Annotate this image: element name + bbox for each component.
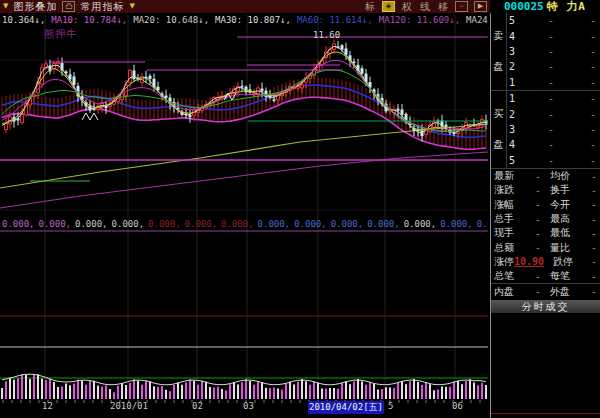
candle-down bbox=[361, 68, 364, 73]
date-label: 2010/01 bbox=[110, 401, 148, 411]
menu-common-indicators[interactable]: 常用指标 bbox=[80, 0, 124, 13]
stat-label: 总手 bbox=[494, 212, 514, 226]
order-book-row[interactable]: 1-- bbox=[507, 75, 600, 90]
stat-value: - bbox=[514, 228, 541, 239]
order-level: 3 bbox=[507, 46, 519, 57]
band-bottom-line bbox=[2, 97, 486, 149]
toolbar-button-3[interactable]: 移 bbox=[438, 0, 448, 13]
order-price: - bbox=[519, 31, 570, 42]
stat-value: - bbox=[570, 214, 597, 225]
candle-up bbox=[477, 126, 480, 128]
order-volume: - bbox=[570, 124, 600, 135]
kline-chart[interactable] bbox=[0, 13, 490, 413]
stat-value: - bbox=[570, 286, 597, 297]
ma-value: MA20: 10.648↓, bbox=[133, 15, 209, 25]
minimize-icon[interactable]: – bbox=[455, 1, 468, 12]
indicator-value: 0.000, bbox=[39, 219, 72, 229]
date-label: 06 bbox=[452, 401, 463, 411]
sell-side-label: 卖盘 bbox=[491, 13, 507, 90]
buy-side-label: 买盘 bbox=[491, 91, 507, 168]
ma-value: MA120: 11.609↓, bbox=[379, 15, 460, 25]
indicator-value: 0.000, bbox=[404, 219, 437, 229]
candle-up bbox=[21, 114, 24, 122]
indicator-value: 0.000, bbox=[148, 219, 181, 229]
order-level: 4 bbox=[507, 139, 519, 150]
stat-label: 换手 bbox=[550, 183, 570, 197]
dropdown-arrow-icon[interactable]: ▼ bbox=[3, 0, 8, 13]
stat-value: - bbox=[570, 185, 597, 196]
indicator-value: 0.000, bbox=[75, 219, 108, 229]
order-level: 4 bbox=[507, 31, 519, 42]
stock-trading-terminal: ▼ 图形叠加 凸 常用指标 ▼ 标◈权线移–▶ 000025 特 力A 10.3… bbox=[0, 0, 600, 418]
menu-graph-overlay[interactable]: 图形叠加 bbox=[13, 0, 57, 13]
order-book-row[interactable]: 3-- bbox=[507, 44, 600, 59]
stat-value: - bbox=[570, 271, 597, 282]
order-book-row[interactable]: 2-- bbox=[507, 59, 600, 74]
order-price: - bbox=[519, 15, 570, 26]
order-volume: - bbox=[570, 15, 600, 26]
date-axis: 122010/0102032010/04/02[五]506 bbox=[0, 401, 490, 413]
stat-value: - bbox=[573, 256, 597, 267]
indicator-value: 0.000, bbox=[440, 219, 473, 229]
sell-label-char: 盘 bbox=[494, 60, 504, 74]
stat-row: 总额-量比- bbox=[491, 240, 600, 254]
date-label: 12 bbox=[42, 401, 53, 411]
order-level: 2 bbox=[507, 109, 519, 120]
order-book-row[interactable]: 4-- bbox=[507, 137, 600, 152]
stat-value: - bbox=[570, 242, 597, 253]
annotation-bear-bull: 熊押牛 bbox=[44, 27, 77, 41]
order-level: 5 bbox=[507, 155, 519, 166]
order-price: - bbox=[519, 93, 570, 104]
order-book-row[interactable]: 4-- bbox=[507, 28, 600, 43]
quote-stats: 最新-均价-涨跌-换手-涨幅-今开-总手-最高-现手-最低-总额-量比-涨停10… bbox=[491, 169, 600, 299]
order-volume: - bbox=[570, 93, 600, 104]
order-book-row[interactable]: 5-- bbox=[507, 13, 600, 28]
order-price: - bbox=[519, 46, 570, 57]
stat-label: 涨幅 bbox=[494, 198, 514, 212]
indicator-value: 0.000, bbox=[294, 219, 327, 229]
top-menu-bar: ▼ 图形叠加 凸 常用指标 ▼ 标◈权线移–▶ bbox=[0, 0, 490, 13]
stat-row: 涨停10.90跌停- bbox=[491, 255, 600, 269]
tab-time-sales[interactable]: 分时成交 bbox=[491, 300, 600, 313]
draw-tool-icon[interactable]: ◈ bbox=[382, 1, 395, 12]
indicator-status-line: 0.000,0.000,0.000,0.000,0.000,0.000,0.00… bbox=[2, 219, 488, 230]
panel-bottom-line bbox=[491, 413, 600, 414]
toolbar-button-mark[interactable]: 标 bbox=[365, 0, 375, 13]
order-volume: - bbox=[570, 139, 600, 150]
stat-row: 涨跌-换手- bbox=[491, 183, 600, 197]
stat-value: - bbox=[514, 171, 541, 182]
order-level: 2 bbox=[507, 61, 519, 72]
indicator-value: 0.000, bbox=[477, 219, 488, 229]
stat-label: 外盘 bbox=[550, 285, 570, 299]
indicator-value: 0.000, bbox=[221, 219, 254, 229]
order-volume: - bbox=[570, 109, 600, 120]
order-book-row[interactable]: 2-- bbox=[507, 106, 600, 121]
toolbar-button-1[interactable]: 权 bbox=[402, 0, 412, 13]
indicator-value: 0.000, bbox=[367, 219, 400, 229]
order-book-row[interactable]: 5-- bbox=[507, 153, 600, 168]
quote-panel: 卖盘 5--4--3--2--1-- 买盘 1--2--3--4--5-- 最新… bbox=[490, 13, 600, 418]
indicator-value: 0.000, bbox=[258, 219, 291, 229]
order-volume: - bbox=[570, 155, 600, 166]
ma-value: 10.364↓, bbox=[2, 15, 45, 25]
annotation-peak-level: 11.60 bbox=[313, 30, 340, 40]
expand-icon[interactable]: ▶ bbox=[474, 1, 487, 12]
stat-label: 总额 bbox=[494, 241, 514, 255]
candle-down bbox=[133, 71, 136, 80]
order-volume: - bbox=[570, 77, 600, 88]
stat-row: 内盘-外盘- bbox=[491, 283, 600, 298]
stat-value: - bbox=[570, 228, 597, 239]
toolbar-buttons: 标◈权线移–▶ bbox=[361, 0, 490, 13]
buy-label-char: 买 bbox=[494, 107, 504, 121]
toolbar-button-2[interactable]: 线 bbox=[420, 0, 430, 13]
order-book-row[interactable]: 1-- bbox=[507, 91, 600, 106]
candle-down bbox=[273, 99, 276, 101]
overlay-icon[interactable]: 凸 bbox=[62, 1, 75, 12]
stat-label: 量比 bbox=[550, 241, 570, 255]
order-volume: - bbox=[570, 46, 600, 57]
candle-up bbox=[5, 124, 8, 130]
order-book-row[interactable]: 3-- bbox=[507, 122, 600, 137]
stat-value: - bbox=[514, 185, 541, 196]
dropdown-arrow-icon[interactable]: ▼ bbox=[129, 0, 134, 13]
stat-row: 现手-最低- bbox=[491, 226, 600, 240]
